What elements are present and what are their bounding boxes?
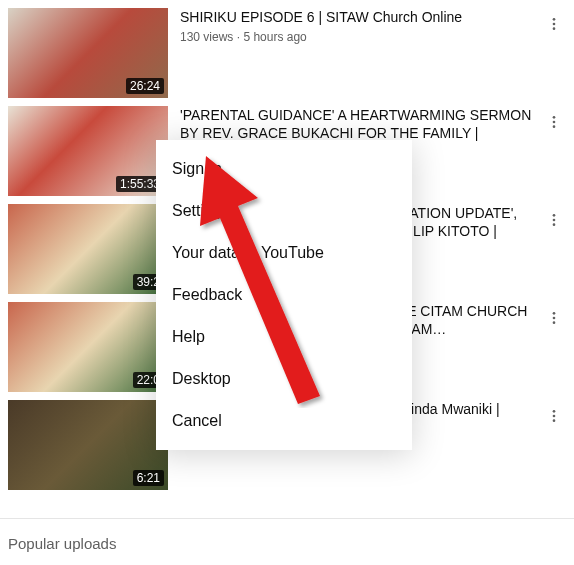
menu-help[interactable]: Help — [156, 316, 412, 358]
menu-your-data[interactable]: Your data in YouTube — [156, 232, 412, 274]
menu-feedback[interactable]: Feedback — [156, 274, 412, 316]
svg-point-3 — [553, 116, 556, 119]
svg-point-5 — [553, 125, 556, 128]
svg-point-13 — [553, 415, 556, 418]
video-thumbnail[interactable]: 26:24 — [8, 8, 168, 98]
kebab-icon[interactable] — [542, 110, 566, 134]
svg-point-12 — [553, 410, 556, 413]
video-thumbnail[interactable]: 22:0 — [8, 302, 168, 392]
svg-point-10 — [553, 317, 556, 320]
video-meta: SHIRIKU EPISODE 6 | SITAW Church Online … — [180, 8, 566, 98]
svg-point-7 — [553, 219, 556, 222]
menu-settings[interactable]: Settings — [156, 190, 412, 232]
menu-sign-in[interactable]: Sign In — [156, 148, 412, 190]
kebab-icon[interactable] — [542, 404, 566, 428]
svg-point-6 — [553, 214, 556, 217]
section-title-popular: Popular uploads — [0, 519, 574, 560]
svg-point-14 — [553, 419, 556, 422]
svg-point-4 — [553, 121, 556, 124]
video-thumbnail[interactable]: 1:55:33 — [8, 106, 168, 196]
video-thumbnail[interactable]: 6:21 — [8, 400, 168, 490]
kebab-icon[interactable] — [542, 208, 566, 232]
menu-cancel[interactable]: Cancel — [156, 400, 412, 442]
duration-badge: 26:24 — [126, 78, 164, 94]
kebab-icon[interactable] — [542, 306, 566, 330]
kebab-icon[interactable] — [542, 12, 566, 36]
svg-point-1 — [553, 23, 556, 26]
svg-point-9 — [553, 312, 556, 315]
svg-point-0 — [553, 18, 556, 21]
svg-point-2 — [553, 27, 556, 30]
video-row[interactable]: 26:24 SHIRIKU EPISODE 6 | SITAW Church O… — [8, 8, 566, 98]
video-list-popular: 'The Mark Of The Beast' A Sermon Series … — [0, 560, 574, 565]
svg-point-11 — [553, 321, 556, 324]
account-menu: Sign In Settings Your data in YouTube Fe… — [156, 140, 412, 450]
video-title: SHIRIKU EPISODE 6 | SITAW Church Online — [180, 8, 538, 26]
menu-desktop[interactable]: Desktop — [156, 358, 412, 400]
video-thumbnail[interactable]: 39:2 — [8, 204, 168, 294]
video-subline: 130 views · 5 hours ago — [180, 30, 538, 44]
video-title: 'PARENTAL GUIDANCE' A HEARTWARMING SERMO… — [180, 106, 538, 142]
duration-badge: 6:21 — [133, 470, 164, 486]
svg-point-8 — [553, 223, 556, 226]
